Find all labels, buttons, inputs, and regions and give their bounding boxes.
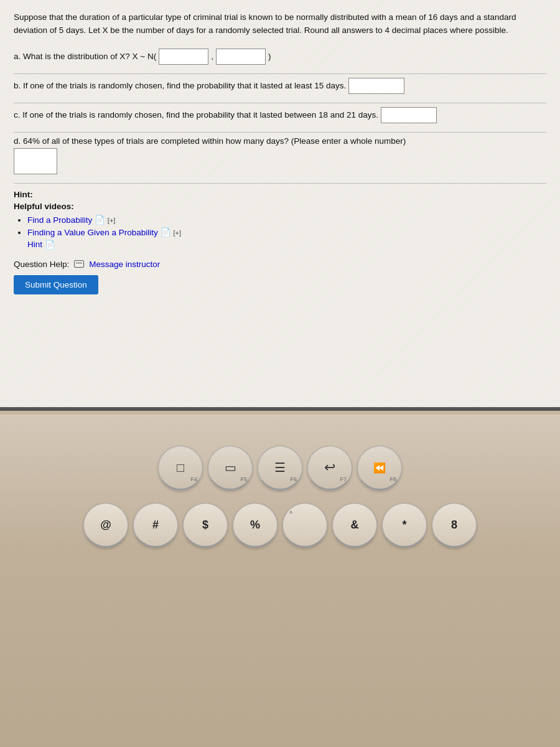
video2-link[interactable]: Finding a Value Given a Probability xyxy=(27,228,158,237)
eight-char: 8 xyxy=(451,519,457,530)
f8-label: F8 xyxy=(390,476,396,482)
f8-key[interactable]: ⏪ F8 xyxy=(357,446,402,491)
submit-button[interactable]: Submit Question xyxy=(14,275,98,294)
part-a-input2[interactable] xyxy=(216,49,266,65)
separator2 xyxy=(14,103,546,103)
f7-icon: ↩ xyxy=(324,459,335,476)
video2-item: Finding a Value Given a Probability 📄 [+… xyxy=(27,227,546,237)
at-char: @ xyxy=(100,519,111,530)
caret-key[interactable]: ^ xyxy=(282,503,327,548)
part-b-label: b. If one of the trials is randomly chos… xyxy=(14,81,346,90)
keyboard-area: logi □ F4 ▭ F5 ☰ F6 ↩ F7 ⏪ F8 xyxy=(0,415,560,747)
separator1 xyxy=(14,73,546,74)
question-help-label: Question Help: xyxy=(14,260,69,269)
f4-key[interactable]: □ F4 xyxy=(158,446,203,491)
video2-icon: 📄 xyxy=(161,228,174,237)
f5-label: F5 xyxy=(240,476,247,482)
separator3 xyxy=(14,132,546,133)
at-key[interactable]: @ xyxy=(83,503,128,548)
part-d-block: d. 64% of all of these types of trials a… xyxy=(14,136,546,174)
eight-key[interactable]: 8 xyxy=(432,503,477,548)
problem-text: Suppose that the duration of a particula… xyxy=(14,11,546,37)
part-a-label: a. What is the distribution of X? X ~ N( xyxy=(14,52,156,61)
f4-label: F4 xyxy=(190,476,197,482)
hint-label: Hint: xyxy=(14,190,546,199)
part-c-row: c. If one of the trials is randomly chos… xyxy=(14,107,546,123)
f4-icon: □ xyxy=(177,461,184,475)
video-list: Find a Probability 📄 [+] Finding a Value… xyxy=(27,215,546,237)
part-b-row: b. If one of the trials is randomly chos… xyxy=(14,78,546,94)
f5-key[interactable]: ▭ F5 xyxy=(208,446,253,491)
separator4 xyxy=(14,183,546,184)
hash-char: # xyxy=(152,519,159,530)
dollar-key[interactable]: $ xyxy=(183,503,228,548)
video2-expand[interactable]: [+] xyxy=(173,229,181,237)
video1-expand[interactable]: [+] xyxy=(108,217,116,224)
helpful-label: Helpful videos: xyxy=(14,202,546,211)
f6-icon: ☰ xyxy=(274,460,286,475)
amp-char: & xyxy=(351,519,359,530)
hint-section: Hint: Helpful videos: Find a Probability… xyxy=(14,190,546,250)
f8-icon: ⏪ xyxy=(373,462,386,474)
f6-key[interactable]: ☰ F6 xyxy=(258,446,302,491)
percent-char: % xyxy=(250,519,260,530)
message-icon xyxy=(74,260,84,268)
part-a-input1[interactable] xyxy=(159,49,208,65)
part-a-row: a. What is the distribution of X? X ~ N(… xyxy=(14,49,546,65)
part-c-input[interactable] xyxy=(381,107,437,123)
dollar-char: $ xyxy=(202,519,208,530)
part-d-input[interactable] xyxy=(14,148,57,174)
question-help-row: Question Help: Message instructor xyxy=(14,260,546,269)
amp-key[interactable]: & xyxy=(332,503,377,548)
char-key-row: @ # $ % ^ & xyxy=(83,503,477,548)
hash-key[interactable]: # xyxy=(133,503,178,548)
f7-key[interactable]: ↩ F7 xyxy=(307,446,352,491)
percent-key[interactable]: % xyxy=(233,503,278,548)
star-key[interactable]: * xyxy=(382,503,427,548)
hint-link-label: Hint xyxy=(27,240,42,249)
caret-top: ^ xyxy=(289,510,292,517)
video1-item: Find a Probability 📄 [+] xyxy=(27,215,546,225)
screen: Suppose that the duration of a particula… xyxy=(0,0,560,411)
star-char: * xyxy=(402,519,406,530)
f6-label: F6 xyxy=(290,476,297,482)
fn-key-row: □ F4 ▭ F5 ☰ F6 ↩ F7 ⏪ F8 xyxy=(158,446,402,491)
video1-icon: 📄 xyxy=(95,215,108,225)
part-a-comma: , xyxy=(211,52,213,61)
f5-icon: ▭ xyxy=(225,460,236,475)
part-d-label: d. 64% of all of these types of trials a… xyxy=(14,136,546,146)
part-c-label: c. If one of the trials is randomly chos… xyxy=(14,110,378,120)
message-instructor-link[interactable]: Message instructor xyxy=(89,260,160,269)
part-a-end: ) xyxy=(268,52,271,61)
hint-link[interactable]: Hint 📄 xyxy=(27,240,546,250)
part-b-input[interactable] xyxy=(348,78,404,94)
f7-label: F7 xyxy=(340,476,347,482)
video1-link[interactable]: Find a Probability xyxy=(27,215,92,225)
hint-link-icon: 📄 xyxy=(45,240,55,250)
